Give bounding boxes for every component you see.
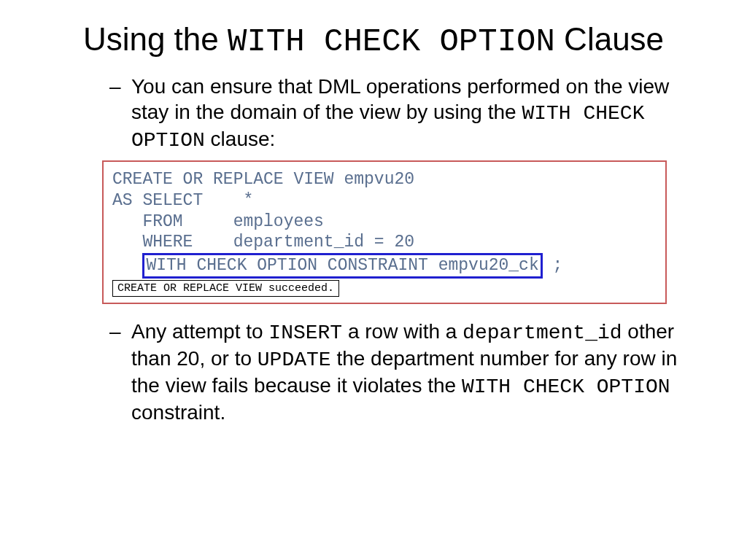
bullet-list-bottom: Any attempt to INSERT a row with a depar… [36,319,711,425]
bullet2-code1: INSERT [268,322,342,344]
code-line-5: WITH CHECK OPTION CONSTRAINT empvu20_ck … [112,253,657,279]
code-highlight: WITH CHECK OPTION CONSTRAINT empvu20_ck [142,253,542,279]
code5-prefix [112,256,142,275]
bullet-list-top: You can ensure that DML operations perfo… [36,74,711,153]
code-line-2: AS SELECT * [112,190,657,211]
bullet2-code3: UPDATE [258,349,331,371]
bullet1-text2: clause: [205,128,276,150]
status-message: CREATE OR REPLACE VIEW succeeded. [112,280,339,297]
bullet2-code2: department_id [462,322,622,344]
bullet2-text5: constraint. [131,401,225,424]
bullet-item-1: You can ensure that DML operations perfo… [109,74,711,153]
code-line-1: CREATE OR REPLACE VIEW empvu20 [112,169,657,190]
code-line-4: WHERE department_id = 20 [112,232,657,253]
code-box: CREATE OR REPLACE VIEW empvu20 AS SELECT… [102,160,667,304]
slide-title: Using the WITH CHECK OPTION Clause [36,18,711,63]
title-code: WITH CHECK OPTION [228,23,555,60]
bullet2-text1: Any attempt to [131,320,268,343]
code5-suffix: ; [543,256,563,275]
bullet2-text2: a row with a [342,320,462,343]
title-prefix: Using the [83,21,228,57]
title-suffix: Clause [555,21,664,57]
bullet2-code4: WITH CHECK OPTION [462,376,670,398]
code-line-3: FROM employees [112,211,657,233]
bullet-item-2: Any attempt to INSERT a row with a depar… [109,319,711,425]
